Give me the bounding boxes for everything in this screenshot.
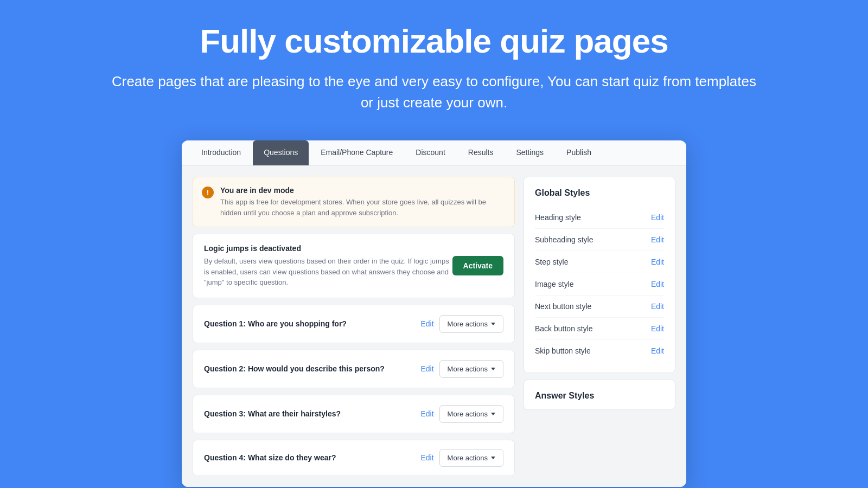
style-row-subheading: Subheading style Edit [535,229,664,251]
subheading-style-label: Subheading style [535,235,593,244]
alert-content: You are in dev mode This app is free for… [220,186,506,218]
question-card-4: Question 4: What size do they wear? Edit… [193,440,515,476]
answer-styles-card: Answer Styles [524,380,675,410]
heading-style-label: Heading style [535,213,581,222]
style-row-back-button: Back button style Edit [535,318,664,340]
tab-questions[interactable]: Questions [253,140,309,165]
more-actions-label-4: More actions [448,454,488,462]
question-actions-2: Edit More actions [420,360,503,378]
chevron-down-icon-4 [491,457,495,459]
heading-style-edit[interactable]: Edit [651,213,664,222]
tab-publish[interactable]: Publish [556,140,602,165]
more-actions-button-1[interactable]: More actions [439,315,503,333]
logic-jumps-box: Logic jumps is deactivated By default, u… [193,234,515,298]
edit-link-4[interactable]: Edit [420,453,433,462]
hero-title: Fully customizable quiz pages [11,22,857,60]
tab-discount[interactable]: Discount [405,140,456,165]
alert-description: This app is free for development stores.… [220,197,506,218]
style-row-skip-button: Skip button style Edit [535,340,664,362]
question-card-2: Question 2: How would you describe this … [193,350,515,388]
chevron-down-icon-3 [491,413,495,415]
next-button-style-label: Next button style [535,302,591,311]
more-actions-button-2[interactable]: More actions [439,360,503,378]
image-style-label: Image style [535,280,574,288]
style-row-next-button: Next button style Edit [535,296,664,318]
alert-icon: ! [202,187,214,198]
question-label-3: Question 3: What are their hairstyles? [204,409,341,418]
more-actions-label-1: More actions [448,320,488,328]
question-card-1: Question 1: Who are you shopping for? Ed… [193,305,515,343]
tab-bar: Introduction Questions Email/Phone Captu… [182,140,686,166]
app-container: Introduction Questions Email/Phone Captu… [182,140,686,487]
more-actions-button-4[interactable]: More actions [439,449,503,467]
subheading-style-edit[interactable]: Edit [651,235,664,244]
hero-section: Fully customizable quiz pages Create pag… [0,0,868,130]
skip-button-style-label: Skip button style [535,346,591,355]
question-label-4: Question 4: What size do they wear? [204,453,336,462]
tab-settings[interactable]: Settings [505,140,554,165]
image-style-edit[interactable]: Edit [651,280,664,288]
more-actions-button-3[interactable]: More actions [439,405,503,423]
activate-button[interactable]: Activate [452,256,503,275]
tab-results[interactable]: Results [457,140,505,165]
step-style-edit[interactable]: Edit [651,258,664,266]
alert-title: You are in dev mode [220,186,506,195]
main-content: ! You are in dev mode This app is free f… [193,177,515,476]
back-button-style-label: Back button style [535,324,593,333]
logic-description: By default, users view questions based o… [204,256,452,288]
content-area: ! You are in dev mode This app is free f… [182,166,686,487]
style-row-step: Step style Edit [535,251,664,273]
edit-link-1[interactable]: Edit [420,319,433,328]
chevron-down-icon-1 [491,323,495,325]
question-label-2: Question 2: How would you describe this … [204,364,385,373]
sidebar: Global Styles Heading style Edit Subhead… [524,177,675,476]
step-style-label: Step style [535,258,568,266]
edit-link-3[interactable]: Edit [420,409,433,418]
edit-link-2[interactable]: Edit [420,364,433,373]
logic-title: Logic jumps is deactivated [204,244,452,253]
logic-text: Logic jumps is deactivated By default, u… [204,244,452,288]
question-actions-1: Edit More actions [420,315,503,333]
tab-introduction[interactable]: Introduction [190,140,252,165]
hero-description: Create pages that are pleasing to the ey… [108,71,760,113]
chevron-down-icon-2 [491,368,495,370]
more-actions-label-3: More actions [448,410,488,418]
global-styles-title: Global Styles [535,188,664,198]
style-row-heading: Heading style Edit [535,207,664,229]
tab-email-phone-capture[interactable]: Email/Phone Capture [310,140,404,165]
next-button-style-edit[interactable]: Edit [651,302,664,311]
global-styles-card: Global Styles Heading style Edit Subhead… [524,177,675,373]
skip-button-style-edit[interactable]: Edit [651,346,664,355]
question-actions-3: Edit More actions [420,405,503,423]
question-label-1: Question 1: Who are you shopping for? [204,319,347,328]
style-row-image: Image style Edit [535,273,664,296]
more-actions-label-2: More actions [448,365,488,373]
answer-styles-title: Answer Styles [535,391,664,401]
question-card-3: Question 3: What are their hairstyles? E… [193,395,515,433]
back-button-style-edit[interactable]: Edit [651,324,664,333]
dev-mode-alert: ! You are in dev mode This app is free f… [193,177,515,227]
question-actions-4: Edit More actions [420,449,503,467]
